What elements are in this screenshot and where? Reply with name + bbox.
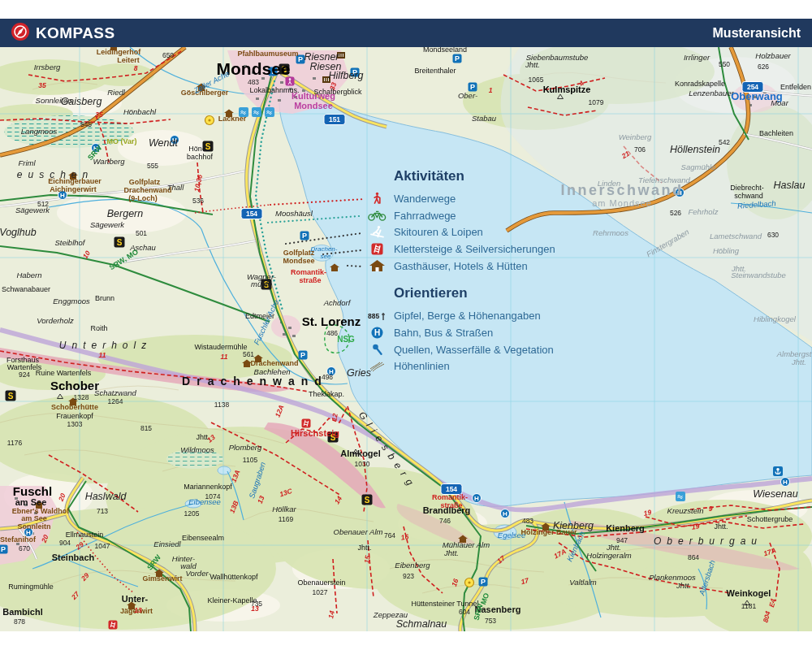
map-label: Tiefenschwand xyxy=(638,176,691,184)
ladder-icon xyxy=(367,243,387,255)
map-label: 670 xyxy=(19,544,30,552)
map-label: straße xyxy=(440,501,462,509)
map-label: am See xyxy=(21,514,47,522)
svg-text:P: P xyxy=(1,545,6,553)
brand-name: KOMPASS xyxy=(36,24,114,42)
svg-text:S: S xyxy=(365,496,370,505)
map-label: Bergern xyxy=(107,208,144,219)
map-label: Gimsenwirt xyxy=(142,574,182,583)
map-label: Schatzwand xyxy=(94,388,136,397)
legend-item-label: Fahrradwege xyxy=(394,210,456,222)
map-label: 550 xyxy=(719,60,730,68)
map-label: Linden xyxy=(598,179,621,188)
map-label: Rumingmühle xyxy=(8,583,54,591)
map-label: 536 xyxy=(192,197,204,205)
map-label: 12 xyxy=(330,413,339,422)
map-label: Jhtt. xyxy=(731,264,746,273)
parking-icon: P xyxy=(469,83,477,92)
map-label: Wartberg xyxy=(93,157,126,166)
map-label: 35 xyxy=(38,81,46,89)
map-label: Hilfberg xyxy=(328,70,363,81)
legend-item: HBahn, Bus & Straßen xyxy=(367,324,586,341)
map-label: 11 xyxy=(99,351,106,359)
viewpoint-icon xyxy=(205,116,214,125)
map-label: 630 xyxy=(767,231,779,239)
map-label: 561 xyxy=(243,350,254,358)
parking-icon: P xyxy=(0,545,8,554)
map-label: 1047 xyxy=(95,542,110,550)
map-label: 498 xyxy=(322,373,333,381)
bus-stop-icon: H xyxy=(501,509,510,518)
map-label: Kienberg xyxy=(553,520,594,531)
map-label: Sonnleitn xyxy=(18,522,51,531)
map-label: 753 xyxy=(485,617,496,625)
map-label: Achdorf xyxy=(323,298,352,307)
map-label: Jhtt. xyxy=(606,543,621,552)
map-label: Drachenwand xyxy=(182,375,328,388)
svg-text:151: 151 xyxy=(329,115,340,124)
map-label: Wendt xyxy=(149,137,178,149)
water-sport-icon xyxy=(252,107,261,117)
map-label: 13 xyxy=(251,604,259,613)
map-label: Thall xyxy=(167,183,184,192)
map-label: Kleiner-Kapelle xyxy=(207,596,257,604)
map-label: Sägewerk xyxy=(90,220,125,229)
map-label: Oberburgau xyxy=(654,535,762,547)
map-label: Brunn xyxy=(95,294,114,302)
map-label: MO (Var) xyxy=(106,137,136,145)
map-label: 545 xyxy=(80,120,92,128)
map-label: 483 xyxy=(248,78,259,86)
legend-item: Wanderwege xyxy=(367,190,586,207)
map-label: Eibenberg xyxy=(395,561,430,570)
map-label: Bachleiten xyxy=(759,129,793,137)
map-label: Hirschsteig xyxy=(291,428,339,438)
svg-text:H: H xyxy=(474,495,479,502)
map-label: 764 xyxy=(384,531,395,540)
map-label: Holzbauer xyxy=(755,51,791,60)
map-label: schwand xyxy=(734,192,763,200)
svg-text:S: S xyxy=(205,142,211,151)
hiker-icon xyxy=(367,192,387,206)
map-label: 11 xyxy=(221,353,228,361)
map-label: Unterholz xyxy=(59,340,152,351)
road-shield: 151 xyxy=(324,115,345,125)
header: KOMPASS Musteransicht xyxy=(0,19,812,47)
map-label: Ellmaustein xyxy=(66,531,104,539)
brand: KOMPASS xyxy=(11,23,114,44)
peak-icon: 885 xyxy=(367,310,387,321)
map-label: Schwanabauer xyxy=(2,285,50,293)
map-label: Jhtt. xyxy=(676,581,691,590)
map-label: 713 xyxy=(97,507,108,515)
map-label: Mooshäusl xyxy=(275,209,313,218)
map-label: Diebrecht- xyxy=(730,184,764,192)
map-label: Stabau xyxy=(472,114,497,123)
map-label: am See xyxy=(15,497,47,507)
legend-item-label: Gasthäuser, Hotels & Hütten xyxy=(394,260,528,272)
legend-orientation-group: Orientieren 885Gipfel, Berge & Höhenanga… xyxy=(367,285,586,375)
map-label: 1264 xyxy=(108,397,123,405)
map-label: 924 xyxy=(19,370,30,379)
map-label: Holzingeralm xyxy=(586,551,632,560)
klettersteig-icon xyxy=(302,419,311,428)
parking-icon: P xyxy=(479,578,488,587)
map-label: 1 xyxy=(489,86,493,94)
map-label: Jhtt. xyxy=(714,522,728,531)
map-label: 8 xyxy=(134,64,138,72)
legend-item: Höhenlinien xyxy=(367,358,586,375)
legend-item: Fahrradwege xyxy=(367,207,586,224)
map-label: Kulturweg xyxy=(292,91,335,101)
map-label: 878 xyxy=(14,618,25,626)
legend-item: 885Gipfel, Berge & Höhenangaben xyxy=(367,307,586,324)
map-label: Steiblhof xyxy=(55,238,86,247)
map-label: Schoberhütte xyxy=(51,403,98,411)
map-label: Roith xyxy=(90,324,107,332)
map-label: Moar xyxy=(771,98,788,107)
map-label: Wildmoos xyxy=(180,445,214,454)
map-label: Haslau xyxy=(774,180,806,191)
parking-icon: P xyxy=(300,232,309,240)
map-label: 923 xyxy=(403,572,414,580)
water-sport-icon xyxy=(265,107,274,117)
map-label: 526 xyxy=(670,209,681,217)
map-label: 19 xyxy=(691,522,700,531)
map-label: Schober xyxy=(50,379,99,392)
